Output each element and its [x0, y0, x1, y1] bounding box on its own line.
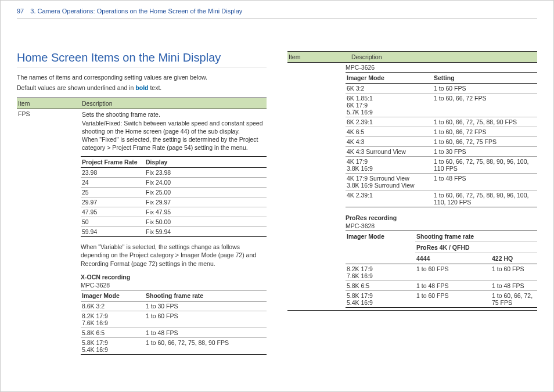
intro-line2: Default values are shown underlined and … [17, 84, 267, 92]
prores-title: ProRes recording [346, 214, 537, 221]
fps-label: FPS [17, 109, 81, 153]
xocn-model: MPC-3628 [81, 282, 267, 289]
breadcrumb-text: 3. Camera Operations: Operations on the … [30, 8, 242, 15]
section-title: Home Screen Items on the Mini Display [17, 51, 267, 67]
xocn-title: X-OCN recording [81, 274, 267, 280]
prores-model: MPC-3628 [346, 222, 537, 229]
page: 97 3. Camera Operations: Operations on t… [0, 0, 554, 392]
variable-note: When "Variable" is selected, the setting… [81, 243, 267, 268]
xocn-table: Imager ModeShooting frame rate 8.6K 3:21… [81, 290, 267, 355]
mpc3626-table: Imager ModeSetting 6K 3:21 to 60 FPS 6K … [346, 72, 537, 207]
right-column: ItemDescription MPC-3626 Imager ModeSett… [287, 51, 537, 355]
intro-line1: The names of items and corresponding set… [17, 73, 267, 81]
mpc3626-model: MPC-3626 [346, 64, 537, 71]
item-desc-table: ItemDescription FPS Sets the shooting fr… [17, 98, 267, 153]
left-column: Home Screen Items on the Mini Display Th… [17, 51, 267, 355]
breadcrumb: 97 3. Camera Operations: Operations on t… [17, 8, 537, 19]
frame-rate-table: Project Frame RateDisplay 23.98Fix 23.98… [81, 156, 267, 237]
page-number: 97 [17, 8, 24, 15]
right-item-desc-table: ItemDescription [287, 51, 537, 63]
prores-table: Imager Mode Shooting frame rate ProRes 4… [346, 231, 537, 308]
